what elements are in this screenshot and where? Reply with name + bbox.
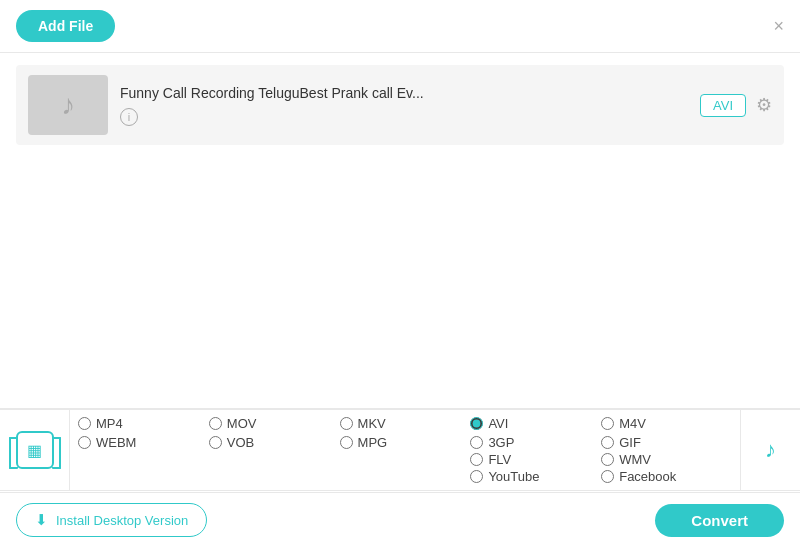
content-area bbox=[0, 157, 800, 357]
convert-button[interactable]: Convert bbox=[655, 504, 784, 537]
video-format-icon-col[interactable]: ▦ bbox=[0, 410, 70, 490]
install-label: Install Desktop Version bbox=[56, 513, 188, 528]
format-option-vob[interactable]: VOB bbox=[209, 435, 340, 450]
format-option-youtube[interactable]: YouTube bbox=[470, 469, 601, 484]
download-icon: ⬇ bbox=[35, 511, 48, 529]
format-option-gif[interactable]: GIF bbox=[601, 435, 732, 450]
bottom-bar: ⬇ Install Desktop Version Convert bbox=[0, 492, 800, 547]
format-badge[interactable]: AVI bbox=[700, 94, 746, 117]
audio-format-icon-col[interactable]: ♪ bbox=[740, 410, 800, 490]
file-actions: AVI ⚙ bbox=[700, 94, 772, 117]
file-thumbnail: ♪ bbox=[28, 75, 108, 135]
format-option-m4v[interactable]: M4V bbox=[601, 416, 732, 431]
format-option-webm[interactable]: WEBM bbox=[78, 435, 209, 450]
settings-button[interactable]: ⚙ bbox=[756, 94, 772, 116]
file-list: ♪ Funny Call Recording TeluguBest Prank … bbox=[0, 53, 800, 157]
format-option-flv[interactable]: FLV bbox=[470, 452, 601, 467]
close-button[interactable]: × bbox=[773, 17, 784, 35]
format-option-facebook[interactable]: Facebook bbox=[601, 469, 732, 484]
install-desktop-button[interactable]: ⬇ Install Desktop Version bbox=[16, 503, 207, 537]
file-info: Funny Call Recording TeluguBest Prank ca… bbox=[120, 85, 688, 126]
format-option-wmv[interactable]: WMV bbox=[601, 452, 732, 467]
top-bar: Add File × bbox=[0, 0, 800, 53]
format-option-mp4[interactable]: MP4 bbox=[78, 416, 209, 431]
music-tab-icon: ♪ bbox=[765, 437, 776, 463]
format-option-mpg[interactable]: MPG bbox=[340, 435, 471, 450]
format-option-3gp[interactable]: 3GP bbox=[470, 435, 601, 450]
format-section: ▦ MP4 MOV MKV AVI M4V bbox=[0, 408, 800, 491]
info-icon[interactable]: i bbox=[120, 108, 138, 126]
format-option-mov[interactable]: MOV bbox=[209, 416, 340, 431]
add-file-button[interactable]: Add File bbox=[16, 10, 115, 42]
format-grid: MP4 MOV MKV AVI M4V WEBM bbox=[70, 410, 740, 490]
format-option-mkv[interactable]: MKV bbox=[340, 416, 471, 431]
film-inner-icon: ▦ bbox=[27, 441, 42, 460]
file-item: ♪ Funny Call Recording TeluguBest Prank … bbox=[16, 65, 784, 145]
film-icon: ▦ bbox=[16, 431, 54, 469]
audio-icon: ♪ bbox=[61, 89, 75, 121]
file-name: Funny Call Recording TeluguBest Prank ca… bbox=[120, 85, 688, 101]
format-option-avi[interactable]: AVI bbox=[470, 416, 601, 431]
